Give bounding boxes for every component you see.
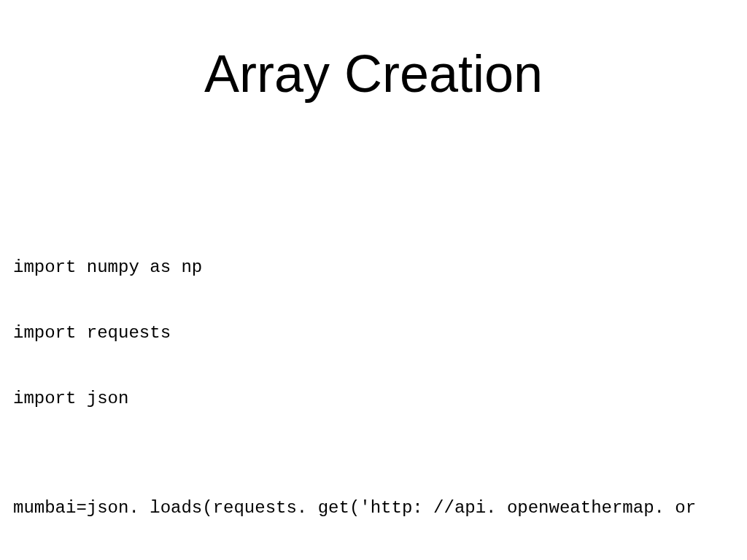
code-line: import requests (13, 322, 747, 344)
code-block: import numpy as np import requests impor… (13, 213, 747, 560)
code-line: import json (13, 388, 747, 410)
slide-title: Array Creation (0, 44, 747, 104)
code-line: mumbai=json. loads(requests. get('http: … (13, 497, 747, 519)
code-line: import numpy as np (13, 257, 747, 279)
